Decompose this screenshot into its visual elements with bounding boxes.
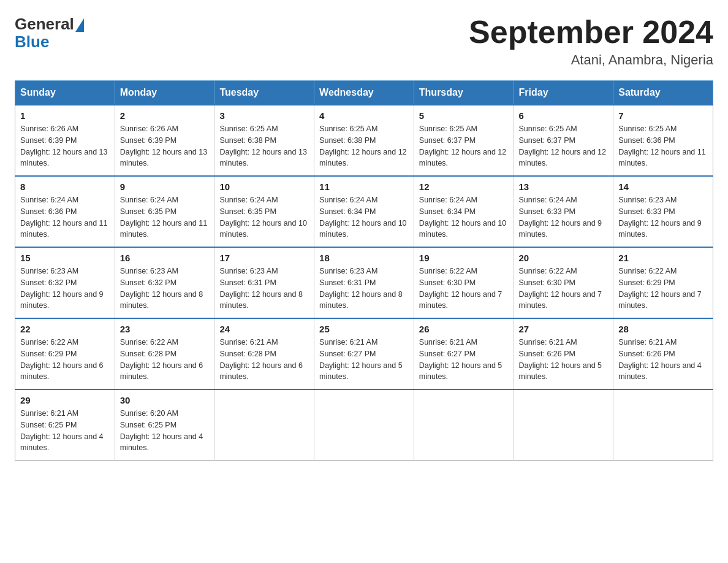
day-info: Sunrise: 6:26 AMSunset: 6:39 PMDaylight:… <box>120 123 210 169</box>
day-info: Sunrise: 6:25 AMSunset: 6:36 PMDaylight:… <box>618 123 708 169</box>
calendar-cell: 20 Sunrise: 6:22 AMSunset: 6:30 PMDaylig… <box>514 247 613 318</box>
calendar-cell: 18 Sunrise: 6:23 AMSunset: 6:31 PMDaylig… <box>314 247 414 318</box>
logo-top: General <box>15 15 84 34</box>
calendar-cell: 26 Sunrise: 6:21 AMSunset: 6:27 PMDaylig… <box>414 318 514 389</box>
calendar-cell <box>613 389 713 461</box>
day-info: Sunrise: 6:25 AMSunset: 6:38 PMDaylight:… <box>319 123 409 169</box>
calendar-cell: 6 Sunrise: 6:25 AMSunset: 6:37 PMDayligh… <box>514 105 613 176</box>
day-number: 19 <box>419 253 509 263</box>
day-number: 28 <box>618 324 708 334</box>
calendar-cell: 7 Sunrise: 6:25 AMSunset: 6:36 PMDayligh… <box>613 105 713 176</box>
day-info: Sunrise: 6:23 AMSunset: 6:31 PMDaylight:… <box>319 266 409 312</box>
day-number: 12 <box>419 182 509 192</box>
calendar-header-tuesday: Tuesday <box>214 81 314 105</box>
day-info: Sunrise: 6:21 AMSunset: 6:26 PMDaylight:… <box>519 337 609 383</box>
day-number: 20 <box>519 253 609 263</box>
day-info: Sunrise: 6:26 AMSunset: 6:39 PMDaylight:… <box>20 123 110 169</box>
day-number: 7 <box>618 110 708 121</box>
day-info: Sunrise: 6:22 AMSunset: 6:29 PMDaylight:… <box>618 266 708 312</box>
day-number: 21 <box>618 253 708 263</box>
day-info: Sunrise: 6:21 AMSunset: 6:26 PMDaylight:… <box>618 337 708 383</box>
day-info: Sunrise: 6:22 AMSunset: 6:28 PMDaylight:… <box>120 337 210 383</box>
day-number: 9 <box>120 182 210 192</box>
day-info: Sunrise: 6:23 AMSunset: 6:32 PMDaylight:… <box>20 266 110 312</box>
calendar-cell: 17 Sunrise: 6:23 AMSunset: 6:31 PMDaylig… <box>214 247 314 318</box>
calendar-cell: 22 Sunrise: 6:22 AMSunset: 6:29 PMDaylig… <box>15 318 115 389</box>
day-info: Sunrise: 6:25 AMSunset: 6:37 PMDaylight:… <box>419 123 509 169</box>
day-number: 8 <box>20 182 110 192</box>
day-info: Sunrise: 6:25 AMSunset: 6:38 PMDaylight:… <box>219 123 309 169</box>
day-info: Sunrise: 6:20 AMSunset: 6:25 PMDaylight:… <box>120 408 210 454</box>
calendar-header-wednesday: Wednesday <box>314 81 414 105</box>
calendar-week-row: 22 Sunrise: 6:22 AMSunset: 6:29 PMDaylig… <box>15 318 713 389</box>
day-number: 22 <box>20 324 110 334</box>
day-info: Sunrise: 6:24 AMSunset: 6:35 PMDaylight:… <box>219 194 309 240</box>
calendar-cell: 4 Sunrise: 6:25 AMSunset: 6:38 PMDayligh… <box>314 105 414 176</box>
day-number: 16 <box>120 253 210 263</box>
day-number: 15 <box>20 253 110 263</box>
day-number: 13 <box>519 182 609 192</box>
day-number: 4 <box>319 110 409 121</box>
logo-blue-text: Blue <box>15 33 49 52</box>
calendar-cell: 28 Sunrise: 6:21 AMSunset: 6:26 PMDaylig… <box>613 318 713 389</box>
calendar-cell: 24 Sunrise: 6:21 AMSunset: 6:28 PMDaylig… <box>214 318 314 389</box>
day-info: Sunrise: 6:21 AMSunset: 6:27 PMDaylight:… <box>319 337 409 383</box>
day-info: Sunrise: 6:24 AMSunset: 6:35 PMDaylight:… <box>120 194 210 240</box>
calendar-cell: 13 Sunrise: 6:24 AMSunset: 6:33 PMDaylig… <box>514 176 613 247</box>
calendar-cell: 21 Sunrise: 6:22 AMSunset: 6:29 PMDaylig… <box>613 247 713 318</box>
calendar-cell: 30 Sunrise: 6:20 AMSunset: 6:25 PMDaylig… <box>115 389 214 461</box>
calendar-cell: 8 Sunrise: 6:24 AMSunset: 6:36 PMDayligh… <box>15 176 115 247</box>
day-number: 1 <box>20 110 110 121</box>
calendar-cell: 2 Sunrise: 6:26 AMSunset: 6:39 PMDayligh… <box>115 105 214 176</box>
day-info: Sunrise: 6:24 AMSunset: 6:34 PMDaylight:… <box>419 194 509 240</box>
day-info: Sunrise: 6:23 AMSunset: 6:32 PMDaylight:… <box>120 266 210 312</box>
calendar-cell: 14 Sunrise: 6:23 AMSunset: 6:33 PMDaylig… <box>613 176 713 247</box>
calendar-header-thursday: Thursday <box>414 81 514 105</box>
calendar-cell: 11 Sunrise: 6:24 AMSunset: 6:34 PMDaylig… <box>314 176 414 247</box>
day-info: Sunrise: 6:23 AMSunset: 6:31 PMDaylight:… <box>219 266 309 312</box>
calendar-table: SundayMondayTuesdayWednesdayThursdayFrid… <box>15 80 713 461</box>
day-info: Sunrise: 6:21 AMSunset: 6:27 PMDaylight:… <box>419 337 509 383</box>
calendar-cell: 3 Sunrise: 6:25 AMSunset: 6:38 PMDayligh… <box>214 105 314 176</box>
day-info: Sunrise: 6:24 AMSunset: 6:36 PMDaylight:… <box>20 194 110 240</box>
calendar-cell: 23 Sunrise: 6:22 AMSunset: 6:28 PMDaylig… <box>115 318 214 389</box>
location-text: Atani, Anambra, Nigeria <box>469 52 713 68</box>
calendar-week-row: 1 Sunrise: 6:26 AMSunset: 6:39 PMDayligh… <box>15 105 713 176</box>
day-number: 3 <box>219 110 309 121</box>
calendar-cell <box>414 389 514 461</box>
page-header: General Blue September 2024 Atani, Anamb… <box>15 15 713 68</box>
calendar-cell: 5 Sunrise: 6:25 AMSunset: 6:37 PMDayligh… <box>414 105 514 176</box>
day-info: Sunrise: 6:21 AMSunset: 6:25 PMDaylight:… <box>20 408 110 454</box>
day-number: 6 <box>519 110 609 121</box>
day-info: Sunrise: 6:25 AMSunset: 6:37 PMDaylight:… <box>519 123 609 169</box>
logo-general-text: General <box>15 15 74 34</box>
day-number: 18 <box>319 253 409 263</box>
calendar-header-row: SundayMondayTuesdayWednesdayThursdayFrid… <box>15 81 713 105</box>
day-number: 24 <box>219 324 309 334</box>
day-number: 2 <box>120 110 210 121</box>
day-number: 17 <box>219 253 309 263</box>
logo-triangle-icon <box>75 18 84 32</box>
day-info: Sunrise: 6:23 AMSunset: 6:33 PMDaylight:… <box>618 194 708 240</box>
calendar-header-saturday: Saturday <box>613 81 713 105</box>
day-info: Sunrise: 6:22 AMSunset: 6:30 PMDaylight:… <box>519 266 609 312</box>
calendar-week-row: 8 Sunrise: 6:24 AMSunset: 6:36 PMDayligh… <box>15 176 713 247</box>
day-info: Sunrise: 6:22 AMSunset: 6:29 PMDaylight:… <box>20 337 110 383</box>
calendar-cell: 27 Sunrise: 6:21 AMSunset: 6:26 PMDaylig… <box>514 318 613 389</box>
day-number: 11 <box>319 182 409 192</box>
calendar-cell: 12 Sunrise: 6:24 AMSunset: 6:34 PMDaylig… <box>414 176 514 247</box>
calendar-cell: 9 Sunrise: 6:24 AMSunset: 6:35 PMDayligh… <box>115 176 214 247</box>
calendar-cell <box>314 389 414 461</box>
calendar-cell: 19 Sunrise: 6:22 AMSunset: 6:30 PMDaylig… <box>414 247 514 318</box>
day-info: Sunrise: 6:22 AMSunset: 6:30 PMDaylight:… <box>419 266 509 312</box>
day-number: 26 <box>419 324 509 334</box>
day-number: 10 <box>219 182 309 192</box>
calendar-cell: 1 Sunrise: 6:26 AMSunset: 6:39 PMDayligh… <box>15 105 115 176</box>
day-number: 27 <box>519 324 609 334</box>
logo: General Blue <box>15 15 84 52</box>
calendar-cell: 15 Sunrise: 6:23 AMSunset: 6:32 PMDaylig… <box>15 247 115 318</box>
day-info: Sunrise: 6:24 AMSunset: 6:34 PMDaylight:… <box>319 194 409 240</box>
day-number: 23 <box>120 324 210 334</box>
calendar-header-monday: Monday <box>115 81 214 105</box>
calendar-cell: 10 Sunrise: 6:24 AMSunset: 6:35 PMDaylig… <box>214 176 314 247</box>
